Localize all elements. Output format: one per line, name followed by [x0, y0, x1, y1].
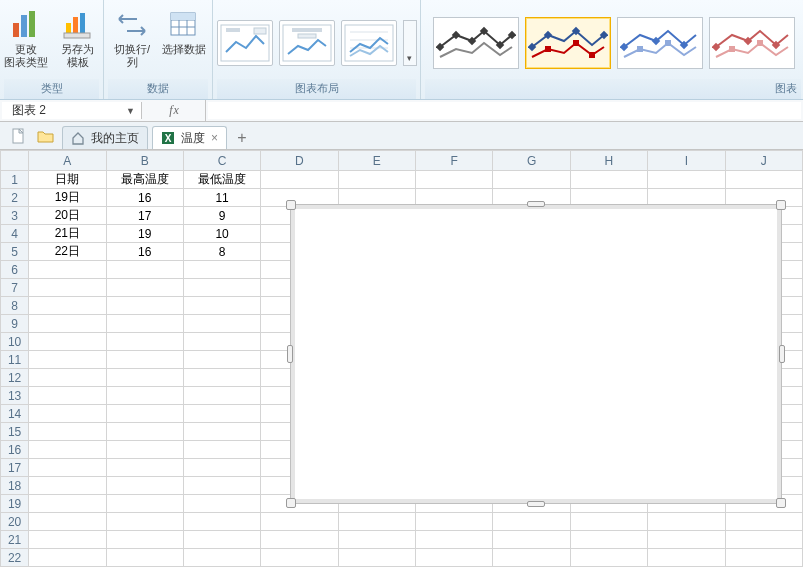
cell[interactable]: [261, 549, 338, 567]
chart-layout-option-1[interactable]: [217, 20, 273, 66]
chart-handle-tr[interactable]: [776, 200, 786, 210]
row-header[interactable]: 16: [1, 441, 29, 459]
cell[interactable]: [106, 315, 183, 333]
chart-style-option-2[interactable]: [525, 17, 611, 69]
cell[interactable]: [570, 531, 647, 549]
cell[interactable]: 22日: [29, 243, 106, 261]
row-header[interactable]: 6: [1, 261, 29, 279]
cell[interactable]: [29, 513, 106, 531]
cell[interactable]: 10: [183, 225, 260, 243]
row-header[interactable]: 14: [1, 405, 29, 423]
cell[interactable]: 最高温度: [106, 171, 183, 189]
cell[interactable]: [183, 279, 260, 297]
cell[interactable]: [106, 459, 183, 477]
cell[interactable]: [648, 531, 725, 549]
cell[interactable]: 最低温度: [183, 171, 260, 189]
cell[interactable]: [416, 513, 493, 531]
cell[interactable]: [106, 441, 183, 459]
cell[interactable]: 9: [183, 207, 260, 225]
cell[interactable]: [106, 297, 183, 315]
cell[interactable]: [29, 531, 106, 549]
row-header[interactable]: 9: [1, 315, 29, 333]
column-header[interactable]: E: [338, 151, 415, 171]
chart-style-option-1[interactable]: [433, 17, 519, 69]
cell[interactable]: [106, 261, 183, 279]
select-data-button[interactable]: 选择数据: [160, 4, 208, 59]
cell[interactable]: [29, 261, 106, 279]
cell[interactable]: [106, 333, 183, 351]
switch-row-col-button[interactable]: 切换行/列: [108, 4, 156, 71]
cell[interactable]: [106, 495, 183, 513]
cell[interactable]: 21日: [29, 225, 106, 243]
embedded-chart[interactable]: [290, 204, 782, 504]
cell[interactable]: [183, 549, 260, 567]
row-header[interactable]: 22: [1, 549, 29, 567]
row-header[interactable]: 10: [1, 333, 29, 351]
cell[interactable]: [570, 549, 647, 567]
cell[interactable]: [183, 351, 260, 369]
cell[interactable]: [493, 171, 570, 189]
column-header[interactable]: J: [725, 151, 803, 171]
cell[interactable]: [29, 405, 106, 423]
chart-handle-rm[interactable]: [779, 345, 785, 363]
name-box-dropdown-icon[interactable]: ▼: [126, 106, 135, 116]
chart-handle-tl[interactable]: [286, 200, 296, 210]
cell[interactable]: [183, 513, 260, 531]
row-header[interactable]: 20: [1, 513, 29, 531]
row-header[interactable]: 2: [1, 189, 29, 207]
row-header[interactable]: 18: [1, 477, 29, 495]
chart-handle-lm[interactable]: [287, 345, 293, 363]
cell[interactable]: [29, 549, 106, 567]
cell[interactable]: [29, 387, 106, 405]
cell[interactable]: [725, 531, 803, 549]
select-all-corner[interactable]: [1, 151, 29, 171]
chart-handle-tm[interactable]: [527, 201, 545, 207]
cell[interactable]: [338, 549, 415, 567]
chart-layout-option-2[interactable]: [279, 20, 335, 66]
cell[interactable]: [493, 549, 570, 567]
cell[interactable]: [416, 531, 493, 549]
cell[interactable]: 8: [183, 243, 260, 261]
cell[interactable]: [183, 459, 260, 477]
cell[interactable]: [338, 171, 415, 189]
tab-close-button[interactable]: ×: [211, 131, 218, 145]
cell[interactable]: [183, 315, 260, 333]
cell[interactable]: [493, 513, 570, 531]
cell[interactable]: [725, 549, 803, 567]
row-header[interactable]: 3: [1, 207, 29, 225]
cell[interactable]: 16: [106, 189, 183, 207]
row-header[interactable]: 21: [1, 531, 29, 549]
cell[interactable]: [570, 171, 647, 189]
cell[interactable]: 日期: [29, 171, 106, 189]
cell[interactable]: [106, 513, 183, 531]
cell[interactable]: [725, 171, 803, 189]
row-header[interactable]: 15: [1, 423, 29, 441]
cell[interactable]: [106, 423, 183, 441]
cell[interactable]: [183, 333, 260, 351]
cell[interactable]: [106, 531, 183, 549]
cell[interactable]: [29, 333, 106, 351]
cell[interactable]: [29, 315, 106, 333]
cell[interactable]: [183, 441, 260, 459]
row-header[interactable]: 11: [1, 351, 29, 369]
cell[interactable]: [183, 405, 260, 423]
cell[interactable]: [183, 387, 260, 405]
cell[interactable]: [261, 513, 338, 531]
cell[interactable]: [29, 351, 106, 369]
tab-active[interactable]: X 温度 ×: [152, 126, 227, 149]
cell[interactable]: [416, 171, 493, 189]
row-header[interactable]: 1: [1, 171, 29, 189]
chart-layout-option-3[interactable]: [341, 20, 397, 66]
column-header[interactable]: A: [29, 151, 106, 171]
cell[interactable]: [29, 477, 106, 495]
chart-style-option-4[interactable]: [709, 17, 795, 69]
row-header[interactable]: 12: [1, 369, 29, 387]
cell[interactable]: [648, 549, 725, 567]
cell[interactable]: [261, 531, 338, 549]
save-as-template-button[interactable]: 另存为 模板: [54, 4, 102, 71]
open-file-button[interactable]: [34, 122, 58, 149]
column-header[interactable]: C: [183, 151, 260, 171]
cell[interactable]: [106, 387, 183, 405]
cell[interactable]: [29, 369, 106, 387]
row-header[interactable]: 13: [1, 387, 29, 405]
